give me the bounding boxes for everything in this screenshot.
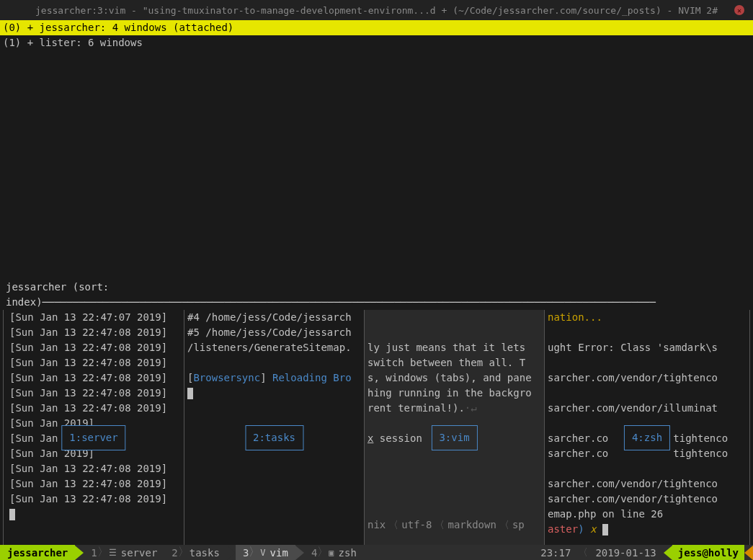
log-line: [Sun Jan 13 22:47:08 2019] [9, 476, 178, 492]
output-line: emap.php on line 26 [548, 507, 747, 522]
status-window-1[interactable]: 1 〉 ☰ server [84, 545, 164, 560]
status-right: 23:17 〈 2019-01-13 jess@holly [533, 545, 753, 560]
vim-statusline: nix 〈 utf-8 〈 markdown 〈 sp [365, 517, 544, 533]
log-line: [Sun Jan 13 22:47:08 2019] [9, 461, 178, 476]
log-line: [Sun Jan 13 22:47:08 2019] [9, 340, 178, 355]
output-line: sarcher.com/vendor/tightenco [548, 370, 747, 386]
pane-label-zsh[interactable]: 4:zsh [624, 425, 670, 450]
log-line: [Sun Jan 13 22:47:08 2019] [9, 370, 178, 386]
powerline-arrow-icon [295, 546, 304, 560]
layers-icon: ☰ [109, 548, 117, 558]
tmux-session-list: (0) + jessarcher: 4 windows (attached) (… [0, 20, 753, 50]
log-line: [Sun Jan 13 22:47:08 2019] [9, 355, 178, 370]
output-line: sarcher.com/vendor/tightenco [548, 492, 747, 507]
session-row-selected[interactable]: (0) + jessarcher: 4 windows (attached) [0, 20, 753, 35]
output-line: #5 /home/jess/Code/jessarch [187, 325, 361, 340]
cursor-block [187, 388, 193, 399]
tree-header: jessarcher (sort: index)────────────────… [0, 280, 753, 310]
window-titlebar: jessarcher:3:vim - "using-tmuxinator-to-… [0, 0, 753, 20]
status-session-name[interactable]: jessarcher [0, 545, 75, 560]
editor-line: s, windows (tabs), and pane [367, 370, 541, 386]
status-hostname: jess@holly [672, 545, 744, 560]
output-line: #4 /home/jess/Code/jessarch [187, 310, 361, 325]
status-window-3-active[interactable]: 3 〉 V vim [236, 545, 295, 560]
pane-label-vim[interactable]: 3:vim [431, 425, 477, 450]
log-line: [Sun Jan 13 22:47:08 2019] [9, 401, 178, 416]
vim-icon: V [260, 548, 265, 558]
pane-vim: ly just means that it lets switch betwee… [364, 310, 544, 547]
log-line: [Sun Jan 13 22:47:08 2019] [9, 325, 178, 340]
browsersync-line: [Browsersync] Reloading Bro [187, 370, 361, 386]
terminal-icon: ▣ [329, 548, 334, 558]
pane-tasks: #4 /home/jess/Code/jessarch #5 /home/jes… [184, 310, 364, 547]
editor-line: ly just means that it lets [367, 340, 541, 355]
close-icon[interactable]: ✕ [734, 5, 744, 15]
editor-line: rent terminal!).·↵ [367, 401, 541, 416]
preview-panes: [Sun Jan 13 22:47:07 2019] [Sun Jan 13 2… [3, 310, 750, 548]
status-time: 23:17 [533, 547, 578, 559]
status-date: 2019-01-13 [588, 547, 663, 559]
output-line: nation... [548, 310, 747, 325]
powerline-end-icon [744, 546, 753, 560]
prompt-line: aster) x [548, 522, 747, 537]
pane-server: [Sun Jan 13 22:47:07 2019] [Sun Jan 13 2… [4, 310, 184, 547]
log-line: [Sun Jan 13 22:47:08 2019] [9, 386, 178, 401]
editor-line: switch between them all. T [367, 355, 541, 370]
output-line: sarcher.com/vendor/tightenco [548, 476, 747, 492]
cursor-block [602, 524, 608, 535]
empty-area [0, 50, 753, 280]
output-line: ught Error: Class 'samdark\s [548, 340, 747, 355]
editor-line: hing running in the backgro [367, 386, 541, 401]
cursor-block [9, 509, 15, 520]
powerline-arrow-icon [664, 546, 672, 560]
tmux-statusbar: jessarcher 1 〉 ☰ server 2 〉 tasks 3 〉 V … [0, 545, 753, 560]
status-window-2[interactable]: 2 〉 tasks [164, 545, 227, 560]
status-window-4[interactable]: 4 〉 ▣ zsh [304, 545, 364, 560]
pane-label-server[interactable]: 1:server [61, 425, 125, 450]
powerline-arrow-icon [227, 546, 236, 560]
log-line: [Sun Jan 13 22:47:08 2019] [9, 492, 178, 507]
output-line: sarcher.com/vendor/illuminat [548, 401, 747, 416]
pane-label-tasks[interactable]: 2:tasks [245, 425, 303, 450]
window-title: jessarcher:3:vim - "using-tmuxinator-to-… [35, 5, 718, 16]
pane-zsh: nation... ught Error: Class 'samdark\s s… [544, 310, 749, 547]
output-line: /listeners/GenerateSitemap. [187, 340, 361, 355]
log-line: [Sun Jan 13 22:47:07 2019] [9, 310, 178, 325]
powerline-arrow-icon [75, 546, 84, 560]
session-row[interactable]: (1) + lister: 6 windows [0, 35, 753, 50]
